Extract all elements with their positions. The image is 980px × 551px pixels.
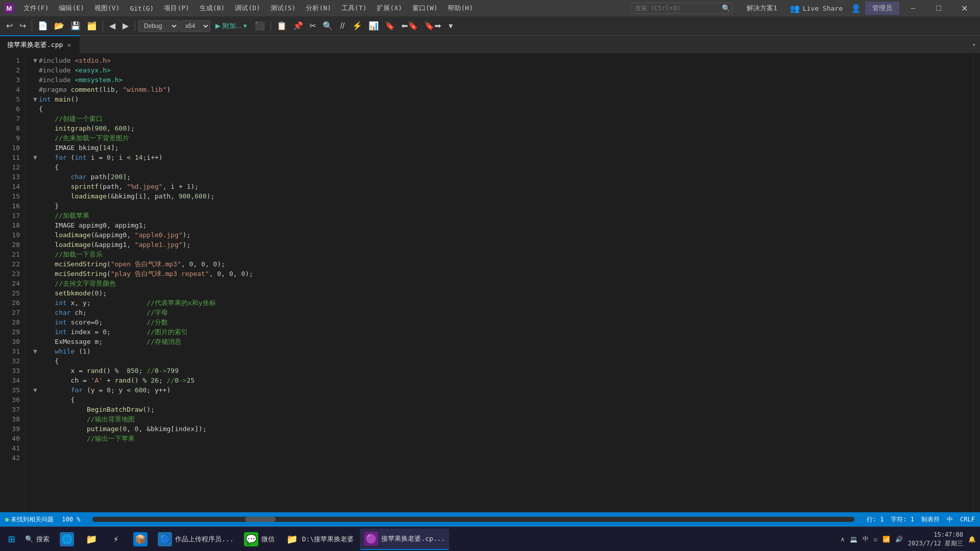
- search-button[interactable]: 🔍: [722, 4, 730, 12]
- menu-edit[interactable]: 编辑(E): [54, 2, 89, 15]
- toolbar-dropdown-arrow[interactable]: ▾: [445, 19, 457, 32]
- taskbar-item-ps[interactable]: ⚡: [105, 529, 127, 550]
- code-line: //加载苹果: [32, 211, 973, 220]
- fold-indicator[interactable]: ▼: [32, 385, 39, 395]
- status-errors: ● 未找到相关问题: [5, 515, 54, 524]
- tray-notification[interactable]: 🔔: [968, 536, 976, 543]
- tray-wifi[interactable]: 📶: [883, 536, 890, 543]
- taskbar-item-store[interactable]: 📦: [129, 529, 152, 550]
- toolbar-sep-2: [103, 21, 103, 31]
- toolbar-undo2[interactable]: ◀: [106, 19, 118, 32]
- live-share-button[interactable]: 👥 Live Share: [786, 3, 847, 14]
- tab-close-button[interactable]: ✕: [66, 41, 72, 49]
- live-share-icon: 👥: [790, 4, 800, 13]
- toolbar-comment[interactable]: //: [336, 20, 349, 32]
- toolbar-stop[interactable]: ⬛: [252, 19, 267, 32]
- toolbar-open[interactable]: 📂: [52, 19, 67, 32]
- toolbar-redo2[interactable]: ▶: [119, 19, 132, 32]
- maximize-button[interactable]: □: [927, 0, 950, 16]
- close-button[interactable]: ✕: [952, 0, 976, 16]
- person-icon[interactable]: 👤: [851, 4, 861, 13]
- tray-check[interactable]: ☑: [874, 536, 877, 543]
- menu-tools[interactable]: 工具(T): [336, 2, 372, 15]
- horizontal-scrollbar[interactable]: [92, 517, 854, 522]
- menu-help[interactable]: 帮助(H): [443, 2, 478, 15]
- toolbar-saveall[interactable]: 🗂️: [84, 19, 100, 32]
- tab-scroll-arrow[interactable]: ▾: [968, 41, 980, 48]
- line-number: 25: [0, 288, 20, 298]
- title-right: 解决方案1 👥 Live Share 👤 管理员: [743, 2, 899, 15]
- tray-lang[interactable]: 中: [863, 535, 869, 543]
- toolbar-save[interactable]: 💾: [68, 19, 83, 32]
- fold-indicator[interactable]: ▼: [32, 56, 39, 65]
- code-line: int index = 0; //图片的索引: [32, 327, 973, 337]
- fold-indicator[interactable]: ▼: [32, 153, 39, 162]
- toolbar-redo[interactable]: ↪: [16, 19, 29, 32]
- toolbar-run-button[interactable]: ▶ 附加... ▾: [211, 20, 251, 32]
- run-label: 附加...: [223, 21, 241, 31]
- toolbar-newfile[interactable]: 📄: [35, 19, 51, 32]
- vertical-scrollbar[interactable]: [973, 54, 980, 512]
- code-line: //输出背景地图: [32, 414, 973, 424]
- toolbar-copy[interactable]: 📋: [274, 19, 289, 32]
- tray-volume[interactable]: 🔊: [895, 536, 903, 543]
- menu-test[interactable]: 测试(S): [265, 2, 301, 15]
- code-text: char path[200];: [39, 172, 131, 182]
- toolbar-bookmark[interactable]: 🔖: [382, 19, 398, 32]
- search-input[interactable]: [630, 3, 732, 14]
- code-line: char path[200];: [32, 172, 973, 182]
- fold-indicator[interactable]: ▼: [32, 94, 39, 104]
- menu-view[interactable]: 视图(V): [89, 2, 125, 15]
- taskbar-item-vs[interactable]: 🟣 接苹果换老婆.cp...: [360, 529, 449, 550]
- toolbar-more2[interactable]: 📊: [366, 19, 381, 32]
- toolbar-config-select[interactable]: Debug Release: [138, 20, 179, 32]
- status-zoom[interactable]: 100 %: [62, 516, 80, 523]
- menu-window[interactable]: 窗口(W): [407, 2, 443, 15]
- menu-project[interactable]: 项目(P): [159, 2, 194, 15]
- toolbar-more1[interactable]: ⚡: [350, 19, 365, 32]
- code-line: //输出一下苹果: [32, 434, 973, 443]
- line-number: 19: [0, 230, 20, 240]
- menu-file[interactable]: 文件(F): [18, 2, 54, 15]
- search-taskbar-button[interactable]: 🔍 搜索: [21, 529, 54, 550]
- menu-git[interactable]: Git(G): [125, 3, 159, 14]
- toolbar-find[interactable]: 🔍: [320, 19, 335, 32]
- taskbar-item-network[interactable]: 🌐: [56, 529, 78, 550]
- code-text: ExMessage m; //存储消息: [39, 337, 181, 346]
- minimize-button[interactable]: ─: [901, 0, 925, 16]
- menu-debug[interactable]: 调试(D): [230, 2, 265, 15]
- toolbar-cut[interactable]: ✂: [307, 19, 319, 32]
- active-tab[interactable]: 接苹果换老婆.cpp ✕: [0, 35, 80, 53]
- taskbar-item-folder[interactable]: 📁 D:\接苹果换老婆: [281, 529, 358, 550]
- toolbar-platform-select[interactable]: x64 x86: [180, 20, 210, 32]
- search-area[interactable]: 🔍: [630, 3, 732, 14]
- line-number: 28: [0, 317, 20, 327]
- admin-button[interactable]: 管理员: [865, 2, 899, 15]
- taskbar-item-explorer[interactable]: 📁: [80, 529, 103, 550]
- fold-indicator[interactable]: ▼: [32, 346, 39, 356]
- tray-arrow[interactable]: ∧: [841, 536, 844, 543]
- title-bar: M 文件(F) 编辑(E) 视图(V) Git(G) 项目(P) 生成(B) 调…: [0, 0, 980, 16]
- menu-analyze[interactable]: 分析(N): [301, 2, 336, 15]
- taskbar-item-wechat[interactable]: 💬 微信: [240, 529, 279, 550]
- code-editor[interactable]: 1234567891011121314151617181920212223242…: [0, 54, 980, 512]
- status-tabsize: 制表符: [921, 515, 940, 524]
- start-button[interactable]: ⊞: [4, 529, 19, 550]
- tab-bar: 接苹果换老婆.cpp ✕ ▾: [0, 36, 980, 54]
- tray-monitor[interactable]: 💻: [850, 536, 857, 543]
- taskbar-item-upload[interactable]: 🔵 作品上传程序员...: [154, 529, 237, 550]
- code-text: {: [39, 104, 43, 114]
- menu-extensions[interactable]: 扩展(X): [372, 2, 407, 15]
- code-text: char ch; //字母: [39, 308, 168, 317]
- toolbar-prev-bookmark[interactable]: ⬅🔖: [399, 19, 421, 32]
- code-text: int main(): [39, 94, 79, 104]
- powershell-icon: ⚡: [109, 532, 123, 546]
- toolbar-undo[interactable]: ↩: [3, 19, 15, 32]
- toolbar-next-bookmark[interactable]: 🔖➡: [422, 19, 444, 32]
- line-number: 27: [0, 308, 20, 317]
- code-text: loadimage(&appimg0, "apple0.jpg");: [39, 230, 190, 240]
- code-line: mciSendString("open 告白气球.mp3", 0, 0, 0);: [32, 259, 973, 269]
- toolbar-paste[interactable]: 📌: [290, 19, 306, 32]
- code-content[interactable]: ▼#include <stdio.h>#include <easyx.h>#in…: [26, 54, 973, 512]
- menu-build[interactable]: 生成(B): [194, 2, 230, 15]
